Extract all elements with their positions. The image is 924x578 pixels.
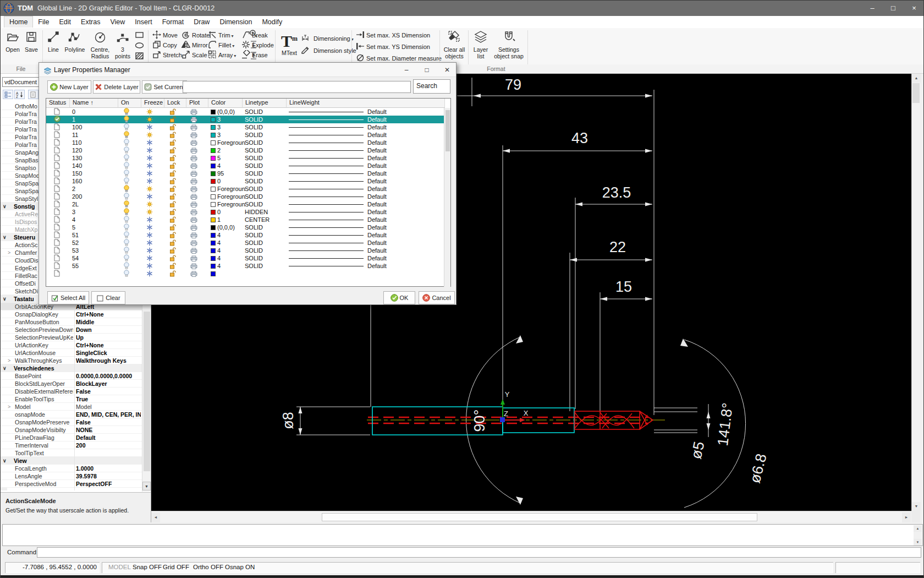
dimensioning-button[interactable]: Dimensioning▾: [301, 34, 354, 43]
ok-button[interactable]: OK: [383, 291, 415, 304]
dialog-close-icon[interactable]: ✕: [440, 65, 454, 75]
property-pages-icon[interactable]: [28, 90, 38, 99]
scroll-down-icon[interactable]: ▼: [912, 502, 921, 511]
property-urlactionmouse[interactable]: UrlActionMouseSingleClick: [1, 349, 142, 357]
column-header-lock[interactable]: Lock: [164, 99, 186, 108]
mirror-button[interactable]: Mirror: [182, 40, 208, 50]
search-button[interactable]: Search: [413, 79, 450, 94]
polyline-button[interactable]: Polyline: [62, 30, 87, 63]
column-header-linetype[interactable]: Linetype: [243, 99, 287, 108]
layer-color-swatch[interactable]: [211, 241, 216, 246]
command-history[interactable]: ▲ ▼: [2, 524, 923, 546]
command-history-scrollbar[interactable]: ▲ ▼: [914, 525, 922, 546]
copy-button[interactable]: Copy: [152, 40, 177, 50]
layer-color-swatch[interactable]: [211, 194, 216, 199]
property-timerinterval[interactable]: TimerInterval200: [1, 441, 142, 449]
save-button[interactable]: Save: [23, 30, 40, 63]
layer-row-160[interactable]: 1600SOLIDDefault: [46, 177, 445, 185]
property-tooltiptext[interactable]: ToolTipText: [1, 449, 142, 457]
new-layer-button[interactable]: New Layer: [47, 80, 91, 94]
layer-color-swatch[interactable]: [211, 187, 216, 192]
menu-tab-dimension[interactable]: Dimension: [215, 17, 257, 28]
stretch-button[interactable]: Stretch: [152, 50, 182, 59]
layer-row-120[interactable]: 1202SOLIDDefault: [46, 146, 445, 154]
menu-tab-home[interactable]: Home: [4, 16, 33, 28]
chevron-down-icon[interactable]: ∨: [3, 457, 7, 465]
history-scroll-down-icon[interactable]: ▼: [914, 539, 922, 546]
layer-row-0[interactable]: 0(0,0,0)SOLIDDefault: [46, 108, 445, 116]
property-osnapdialogkey[interactable]: OsnapDialogKeyCtrl+None: [1, 310, 142, 318]
scroll-left-icon[interactable]: ◄: [151, 512, 160, 522]
scroll-right-icon[interactable]: ►: [902, 512, 911, 522]
column-header-lineweight[interactable]: LineWeight: [287, 99, 445, 108]
clear-selection-button[interactable]: Clear: [91, 291, 125, 304]
column-header-plot[interactable]: Plot: [186, 99, 208, 108]
layer-color-swatch[interactable]: [211, 110, 216, 114]
layer-color-swatch[interactable]: [211, 140, 216, 145]
menu-tab-format[interactable]: Format: [157, 17, 189, 28]
vertical-scrollbar-thumb[interactable]: [912, 83, 920, 103]
property-blockstdlayeroper[interactable]: BlockStdLayerOperBlockLayer: [1, 380, 142, 388]
property-osnapmodevisibilty[interactable]: OsnapModeVisibiltyNONE: [1, 426, 142, 434]
layer-color-swatch[interactable]: [211, 264, 216, 269]
layer-color-swatch[interactable]: [211, 163, 216, 168]
cancel-button[interactable]: Cancel: [419, 291, 455, 304]
fillet-button[interactable]: Fillet▾: [208, 40, 234, 50]
layer-table-scrollbar-thumb[interactable]: [446, 110, 450, 151]
layer-row-1[interactable]: 13SOLIDDefault: [46, 116, 445, 123]
menu-tab-file[interactable]: File: [33, 17, 54, 28]
layer-row-52[interactable]: 524SOLIDDefault: [46, 239, 445, 247]
select-all-button[interactable]: Select All: [47, 291, 89, 304]
sidebar-scroll-down-icon[interactable]: ▼: [142, 482, 151, 490]
menu-tab-draw[interactable]: Draw: [189, 17, 215, 28]
sort-alphabetical-icon[interactable]: AZ: [14, 90, 25, 99]
menu-tab-edit[interactable]: Edit: [54, 17, 76, 28]
menu-tab-view[interactable]: View: [105, 17, 130, 28]
property-focallength[interactable]: FocalLength1.0000: [1, 465, 142, 472]
close-icon[interactable]: ×: [904, 1, 924, 16]
set-max-diameter-measure-button[interactable]: Set max. Diameter measure: [356, 53, 442, 63]
convert-inch-mm-button[interactable]: [249, 51, 260, 61]
rotate-button[interactable]: Rotate: [182, 30, 210, 40]
property-model[interactable]: >ModelModel: [1, 403, 142, 411]
layer-row-140[interactable]: 1404SOLIDDefault: [46, 162, 445, 170]
layer-row-100[interactable]: 1003SOLIDDefault: [46, 123, 445, 131]
line-button[interactable]: Line: [45, 30, 62, 63]
history-scroll-up-icon[interactable]: ▲: [914, 525, 922, 532]
layer-color-swatch[interactable]: [211, 271, 216, 276]
freeze-snowflake-icon[interactable]: [146, 270, 153, 279]
layer-color-swatch[interactable]: [211, 179, 216, 184]
set-max-xs-dimension-button[interactable]: Set max. XS Dimension: [356, 30, 430, 40]
layer-color-swatch[interactable]: [211, 225, 216, 230]
property-walkthroughkeys[interactable]: >WalkThroughKeysWalkthrough Keys: [1, 357, 142, 364]
property-disableexternalreferer[interactable]: DisableExternalRefererFalse: [1, 388, 142, 395]
dimension-style-button[interactable]: Dimension style: [301, 45, 356, 56]
layer-row-2L[interactable]: 2LForegrounSOLIDDefault: [46, 200, 445, 208]
dialog-title-bar[interactable]: Layer Properties Manager – □ ✕: [39, 63, 456, 77]
array-button[interactable]: Array▾: [208, 50, 236, 59]
move-button[interactable]: Move: [152, 30, 178, 40]
layer-color-swatch[interactable]: [211, 202, 216, 207]
dialog-maximize-icon[interactable]: □: [420, 65, 434, 75]
mtext-button[interactable]: Tm MText: [278, 30, 300, 63]
zoom-extents-button[interactable]: [249, 29, 260, 39]
snap-toggle[interactable]: Snap OFF: [133, 564, 162, 570]
chevron-down-icon[interactable]: ∨: [3, 233, 7, 241]
model-space-indicator[interactable]: MODEL: [108, 564, 131, 570]
layer-row-partial[interactable]: [46, 270, 445, 277]
ortho-toggle[interactable]: Ortho OFF: [193, 564, 223, 570]
chevron-down-icon[interactable]: ∨: [3, 295, 7, 303]
column-header-color[interactable]: Color: [208, 99, 243, 108]
command-input[interactable]: [37, 547, 921, 558]
column-header-on[interactable]: On: [118, 99, 141, 108]
category-verschiedenes[interactable]: ∨Verschiedenes: [1, 364, 142, 372]
layer-row-130[interactable]: 1305SOLIDDefault: [46, 154, 445, 162]
column-header-status[interactable]: Status: [46, 99, 70, 108]
layer-list-button[interactable]: Layer list: [470, 30, 491, 63]
delete-layer-button[interactable]: Delete Layer: [93, 80, 140, 94]
layer-row-11[interactable]: 113SOLIDDefault: [46, 131, 445, 139]
layer-row-53[interactable]: 534SOLIDDefault: [46, 247, 445, 254]
chevron-down-icon[interactable]: ∨: [3, 203, 7, 210]
chevron-right-icon[interactable]: >: [8, 357, 10, 364]
minimize-icon[interactable]: –: [862, 1, 883, 16]
